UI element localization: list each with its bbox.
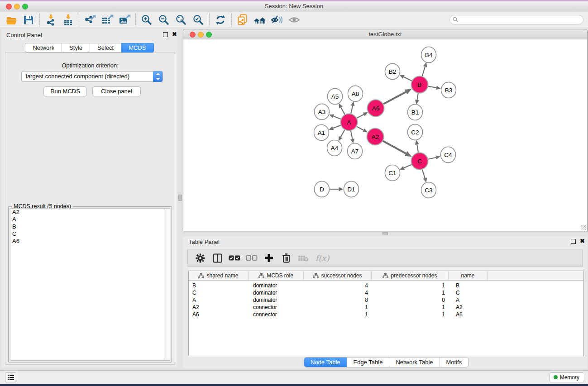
graph-edge-C-C3[interactable] bbox=[422, 170, 425, 178]
graph-edge-B-B4[interactable] bbox=[422, 67, 425, 76]
zoom-in-button[interactable] bbox=[138, 13, 155, 27]
graph-edge-A-A7[interactable] bbox=[351, 131, 353, 139]
table-row[interactable]: Bdominator41B bbox=[189, 282, 583, 289]
export-table-button[interactable] bbox=[99, 13, 116, 27]
list-item[interactable]: A bbox=[10, 216, 170, 223]
column-header-shared-name[interactable]: shared name bbox=[189, 271, 249, 280]
tab-motifs[interactable]: Motifs bbox=[440, 357, 468, 367]
vertical-divider-handle[interactable] bbox=[178, 195, 182, 201]
show-task-history-button[interactable] bbox=[5, 372, 16, 382]
apply-layout-button[interactable] bbox=[212, 13, 229, 27]
zoom-selected-button[interactable] bbox=[190, 13, 207, 27]
graph-edge-B-B1[interactable] bbox=[417, 93, 418, 100]
float-table-panel-icon[interactable] bbox=[571, 239, 576, 244]
graph-node-A5[interactable]: A5 bbox=[328, 89, 343, 105]
tab-edge-table[interactable]: Edge Table bbox=[347, 357, 389, 367]
unselect-all-columns-button[interactable] bbox=[243, 251, 260, 265]
graph-node-B1[interactable]: B1 bbox=[408, 105, 423, 120]
graph-edge-A-A1[interactable] bbox=[333, 125, 341, 128]
open-session-button[interactable] bbox=[3, 13, 20, 27]
function-builder-button[interactable]: f(x) bbox=[312, 251, 333, 265]
close-panel-button[interactable]: Close panel bbox=[92, 86, 141, 96]
graph-node-C1[interactable]: C1 bbox=[385, 165, 400, 181]
graph-node-B2[interactable]: B2 bbox=[385, 64, 400, 80]
zoom-out-button[interactable] bbox=[155, 13, 172, 27]
graph-node-A8[interactable]: A8 bbox=[348, 86, 363, 102]
close-table-panel-icon[interactable]: ✖ bbox=[580, 238, 585, 244]
import-network-button[interactable] bbox=[42, 13, 59, 27]
graph-node-A[interactable]: A bbox=[341, 114, 358, 131]
table-row[interactable]: A6connector11A6 bbox=[189, 311, 583, 318]
graph-edge-B-B3[interactable] bbox=[428, 86, 436, 88]
graph-node-C[interactable]: C bbox=[411, 153, 428, 170]
tab-network[interactable]: Network bbox=[25, 43, 62, 52]
float-panel-icon[interactable] bbox=[163, 32, 168, 37]
graph-node-A4[interactable]: A4 bbox=[327, 140, 342, 156]
duplicate-network-button[interactable] bbox=[234, 13, 251, 27]
show-graphics-details-button[interactable] bbox=[286, 13, 303, 27]
import-table-button[interactable] bbox=[59, 13, 76, 27]
graph-node-A3[interactable]: A3 bbox=[315, 104, 330, 120]
zoom-fit-button[interactable] bbox=[172, 13, 190, 27]
graph-node-C3[interactable]: C3 bbox=[421, 182, 436, 198]
graph-node-D1[interactable]: D1 bbox=[344, 181, 359, 197]
list-item[interactable]: C bbox=[10, 230, 170, 238]
graph-node-A1[interactable]: A1 bbox=[314, 125, 329, 141]
export-image-button[interactable] bbox=[116, 13, 133, 27]
column-header-successor-nodes[interactable]: successor nodes bbox=[304, 271, 372, 280]
graph-edge-A-A5[interactable] bbox=[341, 107, 345, 114]
memory-button[interactable]: Memory bbox=[550, 372, 584, 382]
export-network-button[interactable] bbox=[81, 13, 99, 27]
tab-node-table[interactable]: Node Table bbox=[304, 357, 347, 367]
graph-node-C2[interactable]: C2 bbox=[408, 124, 423, 140]
network-graph[interactable]: B4B2BB3A8A5A6A3B1AA1C2A2A4A7C4CC1C3DD1 bbox=[183, 39, 587, 231]
graph-edge-A-A3[interactable] bbox=[334, 116, 341, 119]
resize-grip-icon[interactable] bbox=[581, 225, 586, 230]
column-header-predecessor-nodes[interactable]: predecessor nodes bbox=[372, 271, 449, 280]
list-item[interactable]: A6 bbox=[10, 238, 170, 245]
optimization-criterion-select[interactable]: largest connected component (directed) bbox=[21, 71, 163, 82]
mcds-result-list[interactable]: A2ABCA6 bbox=[10, 208, 170, 361]
table-row[interactable]: Adominator80A bbox=[189, 296, 583, 304]
column-header-name[interactable]: name bbox=[449, 271, 488, 280]
tab-style[interactable]: Style bbox=[62, 43, 90, 52]
show-network-overview-button[interactable] bbox=[251, 13, 268, 27]
network-canvas[interactable]: B4B2BB3A8A5A6A3B1AA1C2A2A4A7C4CC1C3DD1 bbox=[183, 39, 587, 231]
tab-mcds[interactable]: MCDS bbox=[121, 43, 153, 52]
show-column-panel-button[interactable] bbox=[209, 251, 226, 265]
graph-edge-B-B2[interactable] bbox=[404, 77, 412, 81]
table-row[interactable]: A2connector11A2 bbox=[189, 304, 583, 311]
graph-edge-A-A8[interactable] bbox=[351, 106, 353, 114]
tab-network-table[interactable]: Network Table bbox=[389, 357, 439, 367]
close-panel-icon[interactable]: ✖ bbox=[172, 31, 177, 38]
list-item[interactable]: A2 bbox=[10, 209, 170, 216]
delete-table-button[interactable] bbox=[295, 251, 312, 265]
column-header-mcds-role[interactable]: MCDS role bbox=[249, 271, 304, 280]
graph-node-B3[interactable]: B3 bbox=[441, 82, 456, 98]
graph-node-B[interactable]: B bbox=[411, 76, 428, 93]
create-column-button[interactable] bbox=[260, 251, 277, 265]
table-settings-button[interactable] bbox=[191, 251, 209, 265]
select-all-columns-button[interactable] bbox=[226, 251, 243, 265]
graph-edge-A2-C[interactable] bbox=[383, 141, 406, 153]
graph-edge-C-C1[interactable] bbox=[404, 165, 411, 168]
delete-column-button[interactable] bbox=[277, 251, 295, 265]
graph-node-D[interactable]: D bbox=[315, 181, 330, 197]
graph-node-A2[interactable]: A2 bbox=[367, 129, 384, 145]
graph-node-A7[interactable]: A7 bbox=[348, 143, 363, 159]
graph-node-A6[interactable]: A6 bbox=[368, 100, 384, 117]
run-mcds-button[interactable]: Run MCDS bbox=[43, 86, 87, 96]
graph-edge-C-C2[interactable] bbox=[417, 144, 418, 152]
graph-edge-A-A2[interactable] bbox=[357, 126, 363, 130]
graph-edge-A-A6[interactable] bbox=[357, 114, 364, 118]
table-row[interactable]: Cdominator41C bbox=[189, 289, 583, 296]
tab-select[interactable]: Select bbox=[90, 43, 121, 52]
graph-edge-A-A4[interactable] bbox=[340, 130, 344, 137]
graph-edge-C-C4[interactable] bbox=[428, 157, 436, 159]
graph-node-C4[interactable]: C4 bbox=[441, 147, 456, 163]
graph-node-B4[interactable]: B4 bbox=[421, 47, 436, 63]
graph-edge-A6-B[interactable] bbox=[383, 92, 406, 104]
save-session-button[interactable] bbox=[20, 13, 37, 27]
list-item[interactable]: B bbox=[10, 223, 170, 230]
network-window-titlebar[interactable]: testGlobe.txt bbox=[183, 29, 587, 39]
